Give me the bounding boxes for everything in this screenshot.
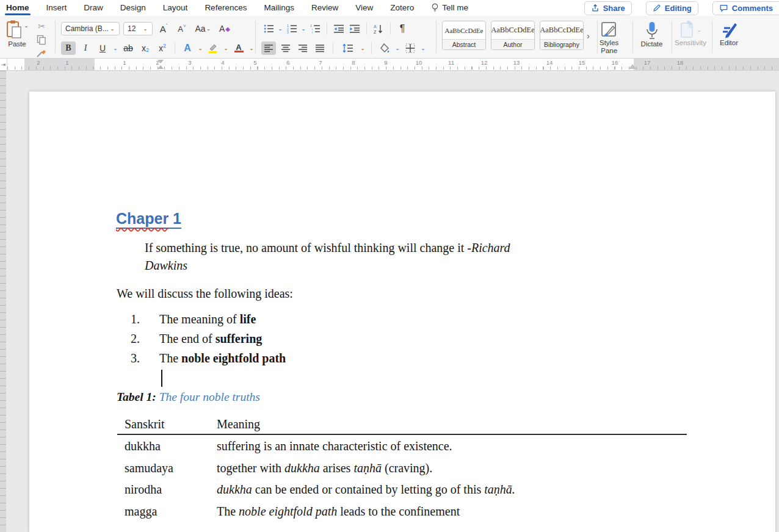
table-row: dukkha suffering is an innate characteri… bbox=[29, 439, 775, 461]
chevron-down-icon[interactable]: ⌄ bbox=[197, 45, 203, 51]
font-name-select[interactable]: Cambria (B... ⌄ bbox=[61, 22, 120, 35]
line-spacing-button[interactable] bbox=[339, 41, 357, 55]
ruler-number: 13 bbox=[513, 59, 520, 66]
table-caption: Tabel 1: The four noble truths bbox=[117, 390, 260, 404]
paste-clipboard-icon bbox=[5, 20, 23, 40]
ruler-number: 7 bbox=[319, 59, 322, 66]
style-label: Abstract bbox=[443, 39, 485, 49]
list-item-text: The noble eightfold path bbox=[159, 351, 286, 365]
editor-button[interactable]: Editor bbox=[714, 21, 744, 47]
pencil-icon bbox=[653, 4, 661, 12]
ruler-number: 14 bbox=[546, 59, 553, 66]
style-card-abstract[interactable]: AaBbCcDdEe Abstract bbox=[442, 21, 486, 50]
underline-button[interactable]: U bbox=[95, 41, 110, 55]
ruler-number: 11 bbox=[448, 59, 454, 66]
ruler-number: 9 bbox=[384, 59, 387, 66]
strikethrough-button[interactable]: ab bbox=[121, 41, 136, 55]
text-effects-button[interactable]: A bbox=[180, 41, 195, 55]
chevron-down-icon[interactable]: ⌄ bbox=[223, 45, 229, 51]
share-button[interactable]: Share bbox=[584, 1, 632, 15]
tab-tell-me[interactable]: Tell me bbox=[431, 1, 468, 16]
vertical-ruler bbox=[0, 71, 6, 532]
comments-label: Comments bbox=[732, 4, 773, 13]
ribbon: ⌄ Paste ✂ Cambria (B... ⌄ 12 ⌄ bbox=[0, 16, 779, 59]
bullet-list-button[interactable] bbox=[261, 22, 276, 35]
menu-bar: Home Insert Draw Design Layout Reference… bbox=[0, 0, 779, 16]
styles-more-button[interactable]: › bbox=[587, 31, 590, 41]
shrink-font-button[interactable]: A˅ bbox=[175, 22, 189, 35]
tab-draw[interactable]: Draw bbox=[84, 1, 103, 16]
comments-button[interactable]: Comments bbox=[712, 1, 779, 15]
editing-label: Editing bbox=[665, 4, 692, 13]
ruler-ticks bbox=[7, 66, 779, 70]
font-size-select[interactable]: 12 ⌄ bbox=[123, 22, 153, 35]
table-cell-term: nirodha bbox=[125, 483, 162, 497]
document-page[interactable]: Chaper 1 If something is true, no amount… bbox=[29, 92, 775, 532]
first-line-indent-marker[interactable] bbox=[158, 60, 164, 63]
borders-button[interactable] bbox=[403, 41, 418, 55]
table-cell-meaning: together with dukkha arises taṇhā (cravi… bbox=[217, 461, 432, 475]
tab-design[interactable]: Design bbox=[120, 1, 146, 16]
increase-indent-button[interactable] bbox=[347, 22, 362, 35]
right-indent-marker[interactable] bbox=[629, 64, 636, 69]
paste-button[interactable]: ⌄ Paste bbox=[5, 20, 29, 48]
chevron-down-icon[interactable]: ⌄ bbox=[360, 45, 366, 51]
dictate-button[interactable]: Dictate bbox=[635, 21, 668, 48]
table-cell-term: dukkha bbox=[125, 439, 161, 453]
align-left-button[interactable] bbox=[261, 41, 276, 55]
editing-button[interactable]: Editing bbox=[646, 1, 698, 15]
chevron-down-icon[interactable]: ⌄ bbox=[277, 26, 283, 32]
microphone-icon bbox=[644, 21, 660, 40]
format-painter-icon[interactable] bbox=[34, 46, 49, 60]
ruler-number: 10 bbox=[416, 59, 422, 66]
style-card-bibliography[interactable]: AaBbCcDdEe Bibliography bbox=[540, 21, 584, 50]
hanging-indent-marker[interactable] bbox=[158, 65, 164, 69]
cut-icon[interactable]: ✂ bbox=[34, 20, 49, 33]
highlight-button[interactable] bbox=[206, 41, 220, 55]
decrease-indent-button[interactable] bbox=[332, 22, 346, 35]
styles-pane-icon bbox=[600, 21, 618, 39]
styles-pane-button[interactable]: Styles Pane bbox=[600, 21, 618, 55]
pilcrow-button[interactable]: ¶ bbox=[395, 22, 410, 35]
copy-icon[interactable] bbox=[34, 33, 49, 46]
bold-button[interactable]: B bbox=[61, 41, 76, 55]
tab-stop-selector[interactable]: ⇥ bbox=[0, 59, 7, 70]
chevron-down-icon[interactable]: ⌄ bbox=[112, 45, 118, 51]
ruler-number: 18 bbox=[677, 59, 684, 66]
tab-references[interactable]: References bbox=[205, 1, 247, 16]
font-name-value: Cambria (B... bbox=[65, 24, 109, 33]
italic-button[interactable]: I bbox=[78, 41, 93, 55]
shading-button[interactable] bbox=[377, 41, 392, 55]
sort-button[interactable]: AZ bbox=[371, 22, 386, 35]
subscript-button[interactable]: x2 bbox=[138, 41, 153, 55]
chevron-down-icon[interactable]: ⌄ bbox=[420, 45, 426, 51]
change-case-button[interactable]: Aa⌄ bbox=[193, 22, 214, 35]
chevron-down-icon[interactable]: ⌄ bbox=[300, 26, 306, 32]
table-row: samudaya together with dukkha arises taṇ… bbox=[29, 461, 775, 483]
align-center-button[interactable] bbox=[278, 41, 293, 55]
numbered-list-button[interactable]: 123 bbox=[284, 22, 299, 35]
tab-layout[interactable]: Layout bbox=[163, 1, 188, 16]
grow-font-button[interactable]: Aˆ bbox=[156, 22, 171, 35]
share-label: Share bbox=[603, 4, 625, 13]
tab-view[interactable]: View bbox=[355, 1, 373, 16]
tab-zotero[interactable]: Zotero bbox=[390, 1, 414, 16]
chevron-down-icon[interactable]: ⌄ bbox=[394, 45, 400, 51]
tab-home[interactable]: Home bbox=[6, 1, 29, 16]
justify-button[interactable] bbox=[313, 41, 327, 55]
table-cell-term: samudaya bbox=[125, 461, 173, 475]
multilevel-list-button[interactable]: 1ii bbox=[308, 22, 322, 35]
tab-mailings[interactable]: Mailings bbox=[264, 1, 294, 16]
font-color-button[interactable]: A bbox=[231, 41, 246, 55]
clear-formatting-button[interactable]: A◆ bbox=[217, 22, 232, 35]
style-card-author[interactable]: AaBbCcDdEe Author bbox=[491, 21, 535, 50]
indent-marker[interactable] bbox=[158, 60, 164, 69]
tab-insert[interactable]: Insert bbox=[46, 1, 67, 16]
chevron-down-icon[interactable]: ⌄ bbox=[248, 45, 255, 51]
style-preview: AaBbCcDdEe bbox=[491, 21, 534, 39]
superscript-button[interactable]: x2 bbox=[155, 41, 170, 55]
ruler-number: 1 bbox=[65, 59, 68, 66]
align-right-button[interactable] bbox=[295, 41, 310, 55]
ruler-number: 3 bbox=[188, 59, 191, 66]
tab-review[interactable]: Review bbox=[311, 1, 338, 16]
